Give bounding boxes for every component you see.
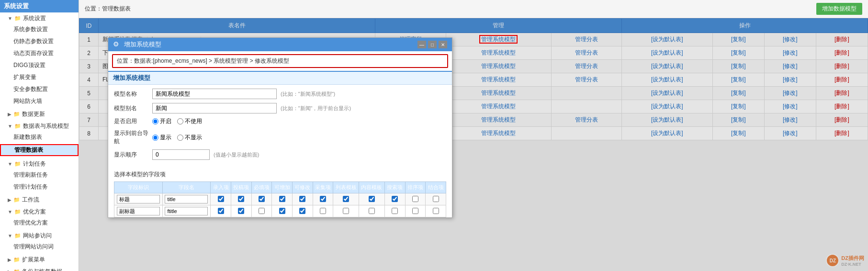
sidebar-item-manage-refresh-label: 管理刷新任务	[13, 171, 48, 179]
sidebar-item-new-table[interactable]: 新建数据表	[0, 132, 79, 142]
sys-subtree: 系统参数设置 仿静态参数设置 动态页面存设置 DIGG顶设置 扩展变量 安全参数…	[0, 23, 79, 107]
folder-icon-website-visits: 📁	[14, 233, 21, 239]
show-nav-hide-text: 不显示	[185, 134, 202, 142]
folder-icon-workflow: 📁	[13, 197, 20, 203]
combine-2[interactable]	[433, 208, 439, 214]
field-col-combine: 结合项	[426, 182, 446, 193]
enabled-off-label[interactable]: 不使用	[177, 117, 202, 125]
show-nav-show-radio[interactable]	[152, 135, 158, 141]
modal-maximize-button[interactable]: □	[428, 41, 437, 48]
field-id-input-1[interactable]	[117, 195, 160, 203]
addable-2[interactable]	[279, 208, 285, 214]
model-name-input[interactable]	[152, 89, 277, 99]
sidebar-item-sys-params-label: 系统参数设置	[13, 25, 48, 34]
enabled-on-label[interactable]: 开启	[152, 117, 171, 125]
model-alias-input[interactable]	[152, 103, 277, 113]
field-col-id: 字段标识	[114, 182, 163, 193]
sidebar-item-data-update[interactable]: ▶ 📁 数据更新	[0, 109, 79, 119]
show-nav-row: 显示到前台导航 显示 不显示	[114, 129, 446, 146]
required-2[interactable]	[259, 208, 265, 214]
required-1[interactable]	[259, 196, 265, 202]
sidebar-item-manage-optimization-label: 管理优化方案	[13, 219, 48, 227]
folder-icon: 📁	[14, 15, 21, 22]
sidebar-item-backup-restore[interactable]: ▶ 📁 备份与恢复数据	[0, 267, 79, 271]
breadcrumb: 位置：管理数据表	[85, 5, 131, 13]
optimization-subtree: 管理优化方案	[0, 217, 79, 229]
field-name-input-2[interactable]	[165, 207, 208, 215]
field-col-search: 搜索项	[384, 182, 405, 193]
editable-1[interactable]	[299, 196, 305, 202]
sidebar-item-workflow[interactable]: ▶ 📁 工作流	[0, 195, 79, 205]
sidebar-item-pseudo-static[interactable]: 仿静态参数设置	[0, 36, 79, 46]
enabled-off-radio[interactable]	[177, 118, 183, 124]
sidebar-item-new-table-label: 新建数据表	[13, 133, 42, 141]
model-alias-hint: (比如："新闻"，用于前台显示)	[281, 105, 351, 112]
sidebar-item-scheduled-label: 计划任务	[23, 160, 46, 168]
editable-2[interactable]	[299, 208, 305, 214]
field-name-1	[162, 193, 211, 205]
sidebar-tree: ▼ 📁 系统设置 系统参数设置 仿静态参数设置 动态页面存设置 DIGG顶设置 …	[0, 12, 79, 271]
modal-form: 模型名称 (比如："新闻系统模型") 模型别名 (比如："新闻"，用于前台显示)…	[108, 85, 452, 168]
folder-icon-expand-menu: 📁	[13, 257, 20, 263]
field-col-editable: 可修改	[292, 182, 313, 193]
sidebar-item-optimization[interactable]: ▼ 📁 优化方案	[0, 207, 79, 217]
show-nav-hide-radio[interactable]	[177, 135, 183, 141]
sidebar-item-sys-params[interactable]: 系统参数设置	[0, 24, 79, 34]
sidebar-item-manage-optimization[interactable]: 管理优化方案	[0, 218, 79, 228]
sidebar-item-digg[interactable]: DIGG顶设置	[0, 60, 79, 70]
sort-2[interactable]	[412, 208, 418, 214]
field-col-entry: 录入项	[211, 182, 231, 193]
search-1[interactable]	[392, 196, 398, 202]
field-name-input-1[interactable]	[165, 195, 208, 203]
expand-icon-workflow: ▶	[8, 197, 11, 203]
folder-icon-backup-restore: 📁	[13, 269, 20, 271]
model-alias-label: 模型别名	[114, 104, 152, 113]
list-tpl-2[interactable]	[343, 208, 349, 214]
sidebar-item-pseudo-static-label: 仿静态参数设置	[13, 37, 54, 45]
sidebar-item-scheduled[interactable]: ▼ 📁 计划任务	[0, 159, 79, 169]
sidebar-item-manage-website-visits[interactable]: 管理网站访问词	[0, 242, 79, 252]
show-nav-show-label[interactable]: 显示	[152, 134, 171, 142]
sidebar-item-expand-menu[interactable]: ▶ 📁 扩展菜单	[0, 255, 79, 265]
collect-2[interactable]	[320, 208, 326, 214]
content-tpl-2[interactable]	[369, 208, 375, 214]
content-tpl-1[interactable]	[369, 196, 375, 202]
show-nav-show-text: 显示	[160, 134, 171, 142]
expand-icon-data-update: ▶	[8, 112, 11, 117]
sidebar-item-firewall[interactable]: 网站防火墙	[0, 96, 79, 106]
sidebar-item-dynamic-cache[interactable]: 动态页面存设置	[0, 48, 79, 58]
sidebar-item-expand-menu-label: 扩展菜单	[22, 256, 45, 264]
modal-close-button[interactable]: ✕	[439, 41, 447, 48]
enabled-on-radio[interactable]	[152, 118, 158, 124]
sidebar-item-security-params[interactable]: 安全参数配置	[0, 84, 79, 94]
sidebar-item-expand-vars[interactable]: 扩展变量	[0, 72, 79, 82]
modal-section-header: 增加系统模型	[108, 71, 452, 85]
sidebar-item-data-model[interactable]: ▼ 📁 数据表与系统模型	[0, 121, 79, 131]
field-id-input-2[interactable]	[117, 207, 160, 215]
collect-1[interactable]	[320, 196, 326, 202]
sidebar-item-manage-scheduled[interactable]: 管理计划任务	[0, 182, 79, 192]
sidebar-item-sys[interactable]: ▼ 📁 系统设置	[0, 13, 79, 23]
field-col-list-tpl: 列表模板	[333, 182, 359, 193]
field-table: 字段标识 字段名 录入项 投稿项 必填项 可增加 可修改 采集项 列表模板 内容…	[114, 181, 446, 217]
show-nav-hide-label[interactable]: 不显示	[177, 134, 202, 142]
field-section-label: 选择本模型的字段项	[108, 168, 452, 181]
combine-1[interactable]	[433, 196, 439, 202]
addable-1[interactable]	[279, 196, 285, 202]
sidebar-item-manage-refresh[interactable]: 管理刷新任务	[0, 170, 79, 180]
entry-1[interactable]	[218, 196, 224, 202]
modal-minimize-button[interactable]: —	[417, 41, 426, 48]
sort-1[interactable]	[412, 196, 418, 202]
folder-icon-data-update: 📁	[13, 111, 20, 117]
order-input[interactable]	[152, 149, 210, 160]
contribute-2[interactable]	[238, 208, 244, 214]
sidebar-item-website-visits[interactable]: ▼ 📁 网站参访问	[0, 231, 79, 241]
folder-icon-optimization: 📁	[14, 209, 21, 215]
entry-2[interactable]	[218, 208, 224, 214]
search-2[interactable]	[392, 208, 398, 214]
list-tpl-1[interactable]	[343, 196, 349, 202]
add-data-model-button[interactable]: 增加数据模型	[816, 3, 862, 15]
sidebar-item-manage-table[interactable]: 管理数据表	[0, 144, 79, 156]
model-name-hint: (比如："新闻系统模型")	[281, 90, 335, 98]
contribute-1[interactable]	[238, 196, 244, 202]
